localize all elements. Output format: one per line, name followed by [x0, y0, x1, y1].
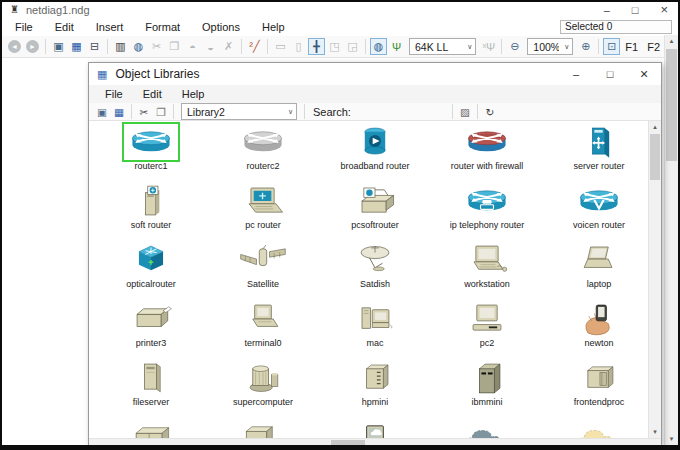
- delete-icon[interactable]: ✗: [220, 38, 237, 55]
- network-globe-icon[interactable]: ◍: [370, 38, 387, 55]
- edit-object-icon[interactable]: ▨: [457, 104, 473, 119]
- library-item-label: routerc2: [246, 161, 279, 171]
- menu-insert[interactable]: Insert: [85, 21, 135, 33]
- library-item-pc-router[interactable]: pc router: [207, 183, 319, 242]
- connect-plug-icon[interactable]: Ψ: [388, 38, 405, 55]
- zoom-select[interactable]: 100%∨: [527, 38, 573, 55]
- scrollbar-thumb[interactable]: [331, 440, 365, 445]
- paste-up-icon[interactable]: ◓: [184, 38, 201, 55]
- numbered-link-tool-icon[interactable]: ²╱: [246, 38, 263, 55]
- library-item-router-with-firewall[interactable]: router with firewall: [431, 124, 543, 183]
- menu-format[interactable]: Format: [134, 21, 191, 33]
- toolbar-separator: [267, 39, 268, 54]
- library-item-broadband-router[interactable]: broadband router: [319, 124, 431, 183]
- dialog-vertical-scrollbar[interactable]: ▴ ▾: [648, 121, 661, 438]
- scroll-up-icon[interactable]: ▴: [649, 123, 661, 131]
- library-item-hpmini[interactable]: hpmini: [319, 360, 431, 419]
- copy-icon[interactable]: ❐: [166, 38, 183, 55]
- window-title: netdiag1.ndg: [26, 4, 90, 16]
- library-item[interactable]: [543, 419, 648, 438]
- paste-object-icon[interactable]: ❐: [153, 104, 169, 119]
- scrollbar-thumb[interactable]: [666, 49, 677, 161]
- minimize-button[interactable]: –: [604, 2, 610, 18]
- zoom-in-icon[interactable]: ⊕: [577, 38, 594, 55]
- main-vertical-scrollbar[interactable]: ▴ ▾: [664, 35, 678, 445]
- library-item-pc2[interactable]: pc2: [431, 301, 543, 360]
- menu-file[interactable]: File: [4, 21, 44, 33]
- maximize-button[interactable]: □: [632, 2, 639, 18]
- save-icon[interactable]: ▦: [68, 38, 85, 55]
- dialog-menu-file[interactable]: File: [95, 88, 133, 100]
- scroll-down-icon[interactable]: ▾: [665, 435, 678, 443]
- open-diagram-icon[interactable]: ▣: [50, 38, 67, 55]
- junction-tool-icon[interactable]: ╋: [308, 38, 325, 55]
- library-item-server-router[interactable]: server router: [543, 124, 648, 183]
- cut-object-icon[interactable]: ✂: [136, 104, 152, 119]
- library-item-label: Satellite: [247, 279, 279, 289]
- port-tool-icon[interactable]: ▯: [290, 38, 307, 55]
- dialog-maximize-button[interactable]: □: [593, 63, 627, 85]
- library-item-laptop[interactable]: laptop: [543, 242, 648, 301]
- back-icon[interactable]: ◄: [8, 40, 21, 53]
- library-item[interactable]: [319, 419, 431, 438]
- fit-view-icon[interactable]: ⊡: [603, 38, 620, 55]
- dialog-toolbar: ▣▦✂❐Library2∨Search:▨↻: [89, 103, 661, 121]
- chevron-down-icon[interactable]: ∨: [467, 43, 472, 51]
- library-item-soft-router[interactable]: soft router: [95, 183, 207, 242]
- library-item-Satdish[interactable]: Satdish: [319, 242, 431, 301]
- library-item-printer3[interactable]: printer3: [95, 301, 207, 360]
- library-item[interactable]: [95, 419, 207, 438]
- save-library-icon[interactable]: ▦: [111, 104, 127, 119]
- dialog-close-button[interactable]: ×: [627, 63, 661, 85]
- library-item-fileserver[interactable]: fileserver: [95, 360, 207, 419]
- fkey-f2[interactable]: F2: [647, 41, 660, 53]
- library-item[interactable]: [207, 419, 319, 438]
- library-item-terminal0[interactable]: terminal0: [207, 301, 319, 360]
- dialog-menu-edit[interactable]: Edit: [133, 88, 172, 100]
- zoom-out-icon[interactable]: ⊖: [506, 38, 523, 55]
- scroll-up-icon[interactable]: ▴: [665, 37, 678, 45]
- library-select[interactable]: Library2∨: [181, 103, 297, 120]
- forward-icon[interactable]: ►: [26, 40, 39, 53]
- lower-object-icon[interactable]: ◲: [344, 38, 361, 55]
- chevron-down-icon[interactable]: ∨: [288, 108, 293, 116]
- library-item-voicen-router[interactable]: voicen router: [543, 183, 648, 242]
- library-item-routerc1[interactable]: routerc1: [95, 124, 207, 183]
- library-item-Satellite[interactable]: Satellite: [207, 242, 319, 301]
- scroll-down-icon[interactable]: ▾: [649, 428, 661, 436]
- object-libraries-icon[interactable]: ▥: [112, 38, 129, 55]
- open-library-icon[interactable]: ▣: [94, 104, 110, 119]
- library-item-mac[interactable]: mac: [319, 301, 431, 360]
- reload-library-icon[interactable]: ↻: [482, 104, 498, 119]
- disconnect-plug-icon[interactable]: ˣΨ: [480, 38, 497, 55]
- cloudterm-icon: [348, 419, 402, 438]
- search-input[interactable]: [356, 105, 448, 119]
- library-item-routerc2[interactable]: routerc2: [207, 124, 319, 183]
- globe-icon[interactable]: ◍: [130, 38, 147, 55]
- close-button[interactable]: ×: [660, 2, 668, 18]
- menu-help[interactable]: Help: [251, 21, 296, 33]
- library-item[interactable]: [431, 419, 543, 438]
- dialog-minimize-button[interactable]: –: [559, 63, 593, 85]
- library-item-pcsoftrouter[interactable]: pcsoftrouter: [319, 183, 431, 242]
- link-type-select[interactable]: 64K LL∨: [409, 38, 476, 55]
- print-icon[interactable]: ⊟: [86, 38, 103, 55]
- fkey-f1[interactable]: F1: [625, 41, 638, 53]
- scrollbar-thumb[interactable]: [650, 134, 660, 180]
- cut-icon[interactable]: ✂: [148, 38, 165, 55]
- dialog-menu-help[interactable]: Help: [172, 88, 215, 100]
- library-item-supercomputer[interactable]: supercomputer: [207, 360, 319, 419]
- library-item-frontendproc[interactable]: frontendproc: [543, 360, 648, 419]
- dialog-horizontal-scrollbar[interactable]: [89, 438, 661, 445]
- menu-edit[interactable]: Edit: [44, 21, 85, 33]
- library-item-ip-telephony-router[interactable]: ip telephony router: [431, 183, 543, 242]
- raise-object-icon[interactable]: ◳: [326, 38, 343, 55]
- link-label-tool-icon[interactable]: ▭: [272, 38, 289, 55]
- library-item-newton[interactable]: newton: [543, 301, 648, 360]
- chevron-down-icon[interactable]: ∨: [564, 43, 569, 51]
- library-item-ibmmini[interactable]: ibmmini: [431, 360, 543, 419]
- library-item-opticalrouter[interactable]: opticalrouter: [95, 242, 207, 301]
- paste-down-icon[interactable]: ◒: [202, 38, 219, 55]
- menu-options[interactable]: Options: [191, 21, 251, 33]
- library-item-workstation[interactable]: workstation: [431, 242, 543, 301]
